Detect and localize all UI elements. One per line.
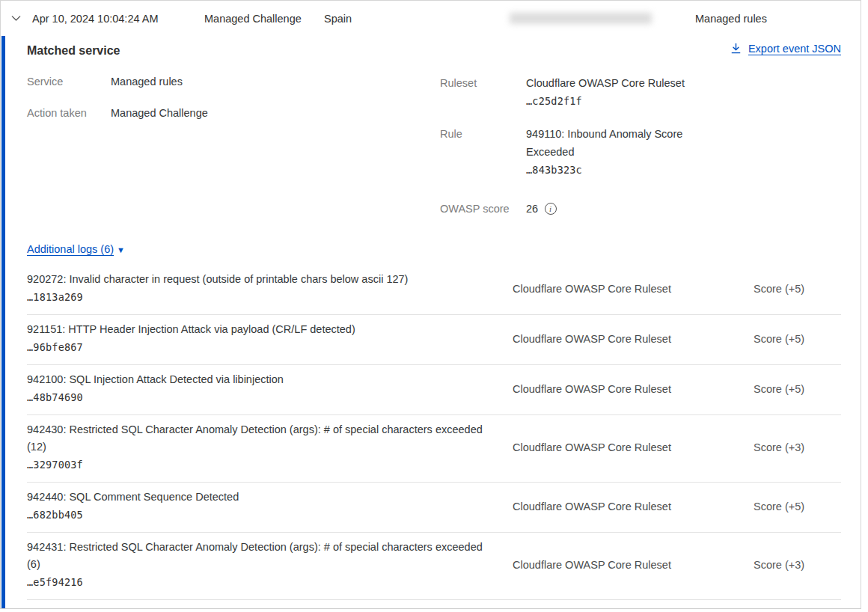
- log-rule-description: 921151: HTTP Header Injection Attack via…: [27, 321, 483, 338]
- additional-logs-list: 920272: Invalid character in request (ou…: [27, 265, 841, 600]
- log-rule-description: 942100: SQL Injection Attack Detected vi…: [27, 371, 483, 388]
- field-owasp-score: OWASP score 26 i: [440, 200, 841, 218]
- log-score: Score (+5): [754, 501, 841, 512]
- log-score: Score (+3): [754, 441, 841, 453]
- field-owasp-score-label: OWASP score: [440, 200, 526, 218]
- log-rule-id: …48b74690: [27, 388, 483, 406]
- field-action-taken-label: Action taken: [27, 105, 111, 120]
- log-row: 942440: SQL Comment Sequence Detected …6…: [27, 483, 841, 533]
- field-rule-id: …843b323c: [526, 161, 706, 179]
- log-row: 921151: HTTP Header Injection Attack via…: [27, 315, 841, 365]
- log-rule-id: …682bb405: [27, 506, 483, 524]
- log-row: 942430: Restricted SQL Character Anomaly…: [27, 415, 841, 483]
- event-country: Spain: [324, 13, 510, 25]
- event-timestamp: Apr 10, 2024 10:04:24 AM: [32, 13, 204, 25]
- download-icon: [730, 43, 742, 55]
- field-service-value: Managed rules: [111, 74, 183, 89]
- info-icon[interactable]: i: [545, 203, 557, 215]
- additional-logs-label: Additional logs (6): [27, 243, 114, 255]
- panel-bottom-border: [0, 608, 861, 609]
- log-ruleset-name: Cloudflare OWASP Core Ruleset: [513, 441, 754, 453]
- additional-logs-toggle[interactable]: Additional logs (6) ▼: [27, 243, 125, 255]
- log-ruleset-name: Cloudflare OWASP Core Ruleset: [513, 501, 754, 512]
- log-rule-id: …3297003f: [27, 456, 483, 474]
- log-score: Score (+5): [754, 383, 841, 395]
- caret-down-icon: ▼: [117, 245, 125, 254]
- log-row: 942431: Restricted SQL Character Anomaly…: [27, 533, 841, 600]
- log-score: Score (+5): [754, 283, 841, 295]
- field-rule-value: 949110: Inbound Anomaly Score Exceeded: [526, 125, 706, 161]
- log-ruleset-name: Cloudflare OWASP Core Ruleset: [513, 383, 754, 395]
- log-ruleset-name: Cloudflare OWASP Core Ruleset: [513, 333, 754, 345]
- log-ruleset-name: Cloudflare OWASP Core Ruleset: [513, 559, 754, 571]
- detail-fields: Service Managed rules Action taken Manag…: [27, 74, 841, 233]
- log-ruleset-name: Cloudflare OWASP Core Ruleset: [513, 283, 754, 295]
- export-event-json-label: Export event JSON: [748, 43, 841, 55]
- log-rule-description: 942431: Restricted SQL Character Anomaly…: [27, 539, 483, 573]
- page-title: Matched service: [27, 43, 120, 58]
- field-owasp-score-value: 26: [526, 200, 538, 218]
- log-rule-id: …e5f94216: [27, 573, 483, 591]
- field-rule: Rule 949110: Inbound Anomaly Score Excee…: [440, 125, 841, 179]
- redacted-hostname: [510, 13, 652, 24]
- field-action-taken-value: Managed Challenge: [111, 105, 208, 120]
- field-rule-label: Rule: [440, 125, 526, 179]
- field-ruleset-value: Cloudflare OWASP Core Ruleset: [526, 74, 685, 92]
- matched-service-section: Matched service Export event JSON Servic…: [1, 36, 861, 608]
- log-row: 920272: Invalid character in request (ou…: [27, 265, 841, 315]
- field-service: Service Managed rules: [27, 74, 440, 89]
- field-ruleset: Ruleset Cloudflare OWASP Core Ruleset …c…: [440, 74, 841, 110]
- field-service-label: Service: [27, 74, 111, 89]
- log-score: Score (+3): [754, 559, 841, 571]
- export-event-json-link[interactable]: Export event JSON: [730, 43, 841, 55]
- event-service: Managed rules: [695, 13, 767, 25]
- log-rule-description: 942430: Restricted SQL Character Anomaly…: [27, 421, 483, 456]
- event-details-panel: Apr 10, 2024 10:04:24 AM Managed Challen…: [0, 0, 861, 608]
- log-score: Score (+5): [754, 333, 841, 345]
- log-row: 942100: SQL Injection Attack Detected vi…: [27, 365, 841, 415]
- log-rule-description: 942440: SQL Comment Sequence Detected: [27, 489, 483, 506]
- field-ruleset-label: Ruleset: [440, 74, 526, 110]
- chevron-down-icon[interactable]: [10, 13, 32, 24]
- field-action-taken: Action taken Managed Challenge: [27, 105, 440, 120]
- log-rule-id: …1813a269: [27, 288, 483, 306]
- field-ruleset-id: …c25d2f1f: [526, 92, 685, 110]
- log-rule-description: 920272: Invalid character in request (ou…: [27, 271, 483, 288]
- event-row-header[interactable]: Apr 10, 2024 10:04:24 AM Managed Challen…: [1, 1, 861, 36]
- event-action: Managed Challenge: [204, 13, 324, 25]
- log-rule-id: …96bfe867: [27, 338, 483, 356]
